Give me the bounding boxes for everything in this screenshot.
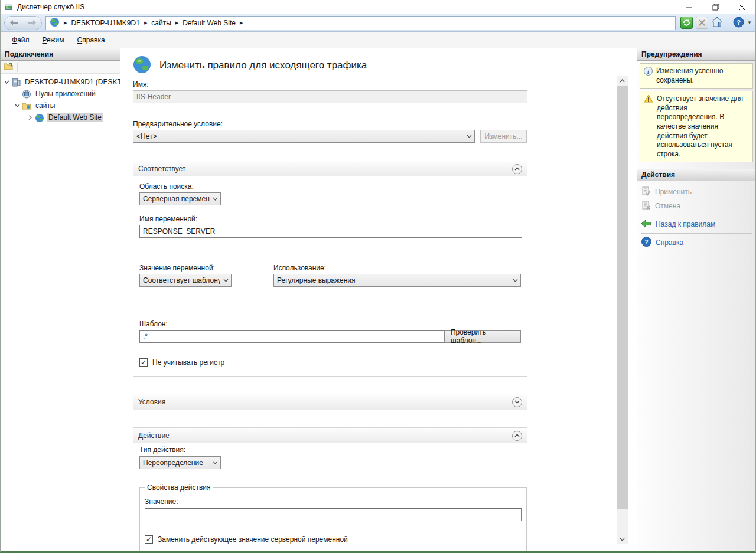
action-value-input[interactable] bbox=[145, 508, 522, 521]
menu-view[interactable]: Режим bbox=[37, 34, 70, 46]
test-pattern-label: Проверить шаблон... bbox=[451, 328, 514, 345]
globe-icon bbox=[50, 17, 60, 29]
value-label: Значение: bbox=[145, 498, 522, 506]
menu-file[interactable]: Файл bbox=[6, 34, 35, 46]
replace-value-checkbox[interactable]: ✓ bbox=[145, 535, 153, 544]
chevron-down-icon bbox=[464, 135, 474, 138]
restore-button[interactable] bbox=[702, 0, 729, 14]
using-label: Использование: bbox=[273, 264, 521, 272]
scope-select[interactable]: Серверная переменн bbox=[139, 192, 221, 205]
scrollbar-thumb[interactable] bbox=[617, 86, 628, 509]
warnings-header: Предупреждения bbox=[637, 48, 755, 61]
tree-item-server[interactable]: DESKTOP-U1MK9D1 (DESKTOP bbox=[1, 76, 120, 88]
rule-name-input: IIS-Header bbox=[133, 90, 527, 103]
connections-panel: Подключения DESKTOP-U1MK9D1 (DESKTOP Пул… bbox=[1, 48, 120, 551]
tree-item-label: Пулы приложений bbox=[34, 89, 97, 99]
variable-name-label: Имя переменной: bbox=[139, 215, 521, 223]
action-section: Действие Тип действия: Переопределение С… bbox=[133, 427, 527, 551]
chevron-down-icon[interactable]: ▼ bbox=[747, 20, 752, 25]
tree-item-default-web-site[interactable]: Default Web Site bbox=[1, 112, 120, 123]
expand-icon[interactable] bbox=[512, 397, 522, 407]
check-icon: ✓ bbox=[141, 359, 146, 366]
apply-label: Применить bbox=[655, 188, 692, 196]
help-label: Справка bbox=[656, 238, 683, 247]
chevron-down-icon bbox=[510, 279, 520, 282]
chevron-down-icon bbox=[220, 279, 231, 282]
breadcrumb-default-web-site[interactable]: Default Web Site bbox=[183, 19, 236, 27]
value-match-select[interactable]: Соответствует шаблону bbox=[139, 274, 232, 287]
chevron-down-icon[interactable] bbox=[14, 104, 21, 107]
action-type-select[interactable]: Переопределение bbox=[139, 456, 221, 469]
chevron-right-icon[interactable] bbox=[27, 115, 34, 120]
help-blue-icon: ? bbox=[641, 237, 651, 248]
back-arrow-icon bbox=[641, 220, 651, 229]
variable-name-input[interactable]: RESPONSE_SERVER bbox=[139, 225, 522, 238]
action-properties-group: Свойства действия Значение: ✓ Заменить д… bbox=[139, 483, 527, 551]
help-action[interactable]: ? Справка bbox=[637, 235, 755, 250]
scroll-down-icon[interactable] bbox=[617, 534, 628, 544]
cancel-action: Отмена bbox=[637, 199, 755, 213]
cancel-label: Отмена bbox=[655, 202, 680, 210]
match-section-header[interactable]: Соответствует bbox=[133, 161, 527, 176]
breadcrumb-sites[interactable]: сайты bbox=[151, 19, 171, 27]
help-icon[interactable]: ? bbox=[733, 17, 744, 30]
scroll-up-icon[interactable] bbox=[617, 76, 628, 86]
minimize-button[interactable] bbox=[676, 0, 702, 14]
match-section: Соответствует Область поиска: Серверная … bbox=[133, 161, 527, 377]
chevron-down-icon[interactable] bbox=[3, 80, 10, 84]
vertical-scrollbar[interactable] bbox=[617, 76, 628, 544]
variable-name-value: RESPONSE_SERVER bbox=[143, 227, 216, 235]
cancel-icon bbox=[641, 201, 651, 212]
tree-item-sites[interactable]: сайты bbox=[1, 100, 120, 112]
info-alert: i Изменения успешно сохранены. bbox=[640, 63, 753, 89]
right-panel: Предупреждения i Изменения успешно сохра… bbox=[637, 48, 755, 551]
back-to-rules-label: Назад к правилам bbox=[656, 220, 715, 228]
precondition-select[interactable]: <Нет> bbox=[133, 130, 475, 143]
globe-icon-large bbox=[133, 55, 151, 76]
actions-separator bbox=[641, 233, 752, 234]
replace-value-label: Заменить действующее значение серверной … bbox=[158, 535, 348, 544]
iis-manager-window: Диспетчер служб IIS ▶ DESKTOP-U1MK9D1 ▶ … bbox=[0, 0, 756, 553]
action-properties-legend: Свойства действия bbox=[145, 483, 213, 492]
collapse-icon[interactable] bbox=[512, 431, 522, 441]
check-icon: ✓ bbox=[146, 536, 152, 543]
breadcrumb-server[interactable]: DESKTOP-U1MK9D1 bbox=[71, 19, 139, 27]
using-select[interactable]: Регулярные выражения bbox=[273, 274, 521, 287]
back-to-rules-action[interactable]: Назад к правилам bbox=[637, 217, 755, 231]
collapse-icon[interactable] bbox=[512, 164, 522, 174]
actions-header: Действия bbox=[637, 169, 755, 181]
menu-help[interactable]: Справка bbox=[72, 34, 110, 46]
tree-item-label: DESKTOP-U1MK9D1 (DESKTOP bbox=[23, 77, 120, 87]
window-title: Диспетчер служб IIS bbox=[17, 3, 84, 11]
breadcrumb-separator-icon: ▶ bbox=[64, 21, 67, 25]
application-pools-icon bbox=[22, 90, 32, 99]
pattern-input[interactable]: .* bbox=[139, 330, 444, 343]
stop-icon[interactable] bbox=[696, 17, 708, 29]
precondition-label: Предварительное условие: bbox=[133, 120, 527, 128]
breadcrumb-separator-icon: ▶ bbox=[144, 21, 147, 25]
actions-list: Применить Отмена Назад к правилам ? Спра… bbox=[637, 181, 755, 253]
actions-separator bbox=[641, 215, 752, 215]
home-icon[interactable] bbox=[711, 17, 723, 29]
close-button[interactable] bbox=[729, 0, 755, 14]
refresh-icon[interactable] bbox=[680, 17, 693, 29]
ignore-case-checkbox[interactable]: ✓ bbox=[139, 358, 148, 367]
connections-header: Подключения bbox=[1, 48, 120, 61]
sites-folder-icon bbox=[22, 102, 32, 110]
back-icon[interactable] bbox=[10, 19, 18, 27]
iis-app-icon bbox=[4, 2, 14, 13]
tree-item-app-pools[interactable]: Пулы приложений bbox=[1, 88, 120, 100]
breadcrumb[interactable]: ▶ DESKTOP-U1MK9D1 ▶ сайты ▶ Default Web … bbox=[45, 16, 676, 30]
test-pattern-button[interactable]: Проверить шаблон... bbox=[444, 330, 521, 343]
chevron-down-icon bbox=[210, 461, 220, 464]
conditions-section-header[interactable]: Условия bbox=[133, 394, 527, 410]
action-section-header[interactable]: Действие bbox=[133, 428, 527, 443]
save-connection-icon[interactable] bbox=[4, 62, 14, 73]
scrollbar-track[interactable] bbox=[617, 509, 628, 534]
forward-icon[interactable] bbox=[28, 19, 36, 27]
scope-label: Область поиска: bbox=[139, 182, 521, 191]
breadcrumb-separator-icon: ▶ bbox=[175, 21, 178, 25]
connections-toolbar bbox=[1, 61, 120, 74]
value-match-value: Соответствует шаблону bbox=[143, 276, 220, 284]
tree-item-label-selected: Default Web Site bbox=[47, 113, 103, 122]
